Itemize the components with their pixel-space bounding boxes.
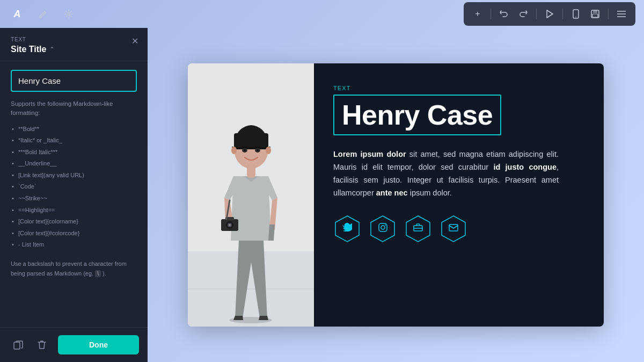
divider2 <box>536 9 537 19</box>
delete-button[interactable] <box>32 335 52 354</box>
email-icon-button[interactable] <box>440 215 467 243</box>
main-area: TEXT Site Title ⌃ ✕ Supports the followi… <box>0 28 644 362</box>
website-preview: TEXT Henry Case Lorem ipsum dolor sit am… <box>188 63 604 327</box>
svg-point-24 <box>244 149 246 152</box>
svg-point-2 <box>575 17 576 18</box>
site-title-input[interactable] <box>11 70 137 92</box>
body-bold1: Lorem ipsum dolor <box>333 150 406 158</box>
menu-button[interactable] <box>613 5 630 23</box>
preview-content: TEXT Henry Case Lorem ipsum dolor sit am… <box>314 63 604 327</box>
preview-photo <box>188 63 314 327</box>
done-button[interactable]: Done <box>58 335 139 354</box>
undo-button[interactable] <box>495 5 513 23</box>
markdown-list: **Bold** *Italic* or _Italic_ ***Bold It… <box>11 124 137 251</box>
markdown-item: - List Item <box>11 239 137 251</box>
sidebar-footer: Done <box>0 327 148 362</box>
markdown-item: *Italic* or _Italic_ <box>11 135 137 147</box>
preview-section-title: TEXT Henry Case <box>333 85 584 135</box>
instagram-icon-button[interactable] <box>369 215 397 243</box>
settings-icon[interactable] <box>60 5 77 23</box>
preview-body: Lorem ipsum dolor sit amet, sed magna et… <box>333 148 559 200</box>
markdown-item: [Color text]{colorname} <box>11 216 137 228</box>
divider3 <box>562 9 563 19</box>
svg-rect-30 <box>379 223 387 231</box>
save-button[interactable] <box>587 5 604 23</box>
markdown-item: ==Highlight== <box>11 205 137 216</box>
twitter-icon-button[interactable] <box>333 215 361 243</box>
svg-rect-21 <box>234 133 268 147</box>
add-button[interactable]: + <box>469 5 486 23</box>
svg-point-0 <box>68 13 70 16</box>
close-button[interactable]: ✕ <box>128 34 141 47</box>
svg-point-32 <box>385 225 386 226</box>
svg-point-26 <box>231 147 237 154</box>
svg-rect-5 <box>592 14 598 17</box>
play-button[interactable] <box>541 5 558 23</box>
divider1 <box>491 9 491 19</box>
add-icon-label: + <box>475 9 480 19</box>
svg-rect-9 <box>14 342 20 349</box>
preview-text-label: TEXT <box>333 85 584 91</box>
divider4 <box>608 9 609 19</box>
kbd-backslash: \ <box>95 270 101 277</box>
app-logo: A <box>9 5 26 23</box>
sidebar-title: Site Title <box>11 45 46 54</box>
edit-icon[interactable] <box>34 5 52 23</box>
logo-text: A <box>14 9 21 20</box>
toolbar-right: + <box>464 2 635 26</box>
svg-point-25 <box>257 149 259 152</box>
markdown-item: ***Bold Italic*** <box>11 147 137 158</box>
sidebar-content: Supports the following Markdown-like for… <box>0 61 148 327</box>
svg-rect-4 <box>593 10 597 13</box>
canvas-area: TEXT Henry Case Lorem ipsum dolor sit am… <box>148 28 644 362</box>
portfolio-icon-button[interactable] <box>404 215 432 243</box>
markdown-item: [Link text](any valid URL) <box>11 170 137 182</box>
preview-title-box[interactable]: Henry Case <box>333 95 501 135</box>
markdown-item: `Code` <box>11 181 137 193</box>
left-sidebar: TEXT Site Title ⌃ ✕ Supports the followi… <box>0 28 148 362</box>
markdown-item: ~~Strike~~ <box>11 193 137 205</box>
sidebar-title-row: Site Title ⌃ <box>11 45 137 54</box>
svg-point-18 <box>229 224 231 226</box>
body-bold2: id justo congue <box>493 163 557 171</box>
mobile-button[interactable] <box>567 5 584 23</box>
svg-point-27 <box>266 147 271 154</box>
markdown-item: [Color text]{#colorcode} <box>11 228 137 240</box>
body-bold3: ante nec <box>376 189 408 197</box>
sidebar-title-arrow[interactable]: ⌃ <box>49 46 55 53</box>
footer-icons <box>9 335 52 354</box>
markdown-item: **Bold** <box>11 124 137 135</box>
preview-title: Henry Case <box>342 101 493 129</box>
markdown-item: __Underline__ <box>11 158 137 170</box>
svg-point-31 <box>381 226 385 229</box>
duplicate-button[interactable] <box>9 335 28 354</box>
sidebar-header: TEXT Site Title ⌃ ✕ <box>0 28 148 61</box>
toolbar-left: A <box>9 5 77 23</box>
svg-rect-37 <box>449 225 458 231</box>
social-icons <box>333 215 584 243</box>
redo-button[interactable] <box>515 5 532 23</box>
markdown-note: Supports the following Markdown-like for… <box>11 99 137 118</box>
sidebar-label: TEXT <box>11 37 137 42</box>
backslash-note: Use a backslash to prevent a character f… <box>11 259 137 278</box>
top-toolbar: A + <box>0 0 644 28</box>
